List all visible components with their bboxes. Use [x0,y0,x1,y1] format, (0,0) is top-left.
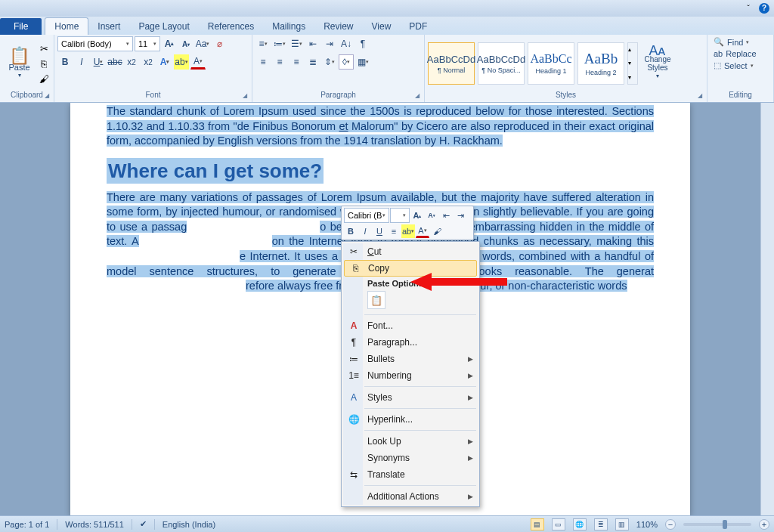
tab-pdf[interactable]: PDF [400,18,436,35]
ctx-hyperlink[interactable]: 🌐Hyperlink... [343,411,478,428]
status-words[interactable]: Words: 511/511 [65,520,123,529]
mini-shrink-font-icon[interactable]: A▾ [425,209,438,222]
align-right-icon[interactable]: ≡ [289,54,304,70]
view-full-screen-icon[interactable]: ▭ [552,518,565,530]
mini-font-color-icon[interactable]: A▾ [416,224,429,238]
sort-icon[interactable]: A↓ [339,36,354,51]
multilevel-icon[interactable]: ☰▾ [289,36,304,51]
paste-keep-source-icon[interactable]: 📋 [367,291,385,309]
mini-decrease-indent-icon[interactable]: ⇤ [439,209,453,222]
tab-references[interactable]: References [199,18,263,35]
mini-italic-icon[interactable]: I [358,224,372,238]
bullets-icon[interactable]: ≡▾ [255,36,271,51]
ctx-bullets[interactable]: ≔Bullets▶ [343,351,478,367]
status-language[interactable]: English (India) [163,520,215,529]
copy-icon[interactable]: ⎘ [37,57,51,70]
zoom-slider[interactable] [683,523,751,526]
mini-underline-icon[interactable]: U [373,224,386,238]
change-styles-button[interactable]: Aᴀ Change Styles▾ [639,45,676,82]
tab-insert[interactable]: Insert [88,18,129,35]
mini-font-size-combo[interactable]: ▾ [390,208,410,223]
view-outline-icon[interactable]: ≣ [594,518,608,530]
change-case-icon[interactable]: Aa▾ [195,36,210,51]
tab-review[interactable]: Review [314,18,362,35]
tab-file[interactable]: File [0,18,42,35]
font-color-icon[interactable]: A▾ [190,54,206,70]
shading-icon[interactable]: ◊▾ [339,54,354,70]
gallery-expand-icon[interactable]: ▾ [628,74,637,81]
tab-mailings[interactable]: Mailings [263,18,314,35]
view-draft-icon[interactable]: ▥ [615,518,629,530]
decrease-indent-icon[interactable]: ⇤ [305,36,320,51]
view-print-layout-icon[interactable]: ▤ [531,518,544,530]
strike-icon[interactable]: abc [107,54,122,70]
italic-icon[interactable]: I [74,54,89,70]
line-spacing-icon[interactable]: ⇕▾ [322,54,337,70]
find-button[interactable]: 🔍Find ▾ [711,36,752,48]
text-effects-icon[interactable]: A▾ [157,54,172,70]
vertical-scrollbar[interactable] [760,103,774,515]
dialog-launcher-icon[interactable]: ◢ [243,92,247,99]
help-icon[interactable]: ? [759,3,769,14]
show-marks-icon[interactable]: ¶ [355,36,370,51]
mini-font-name-combo[interactable]: Calibri (B▾ [344,208,389,223]
ctx-styles[interactable]: AStyles▶ [343,389,478,406]
font-name-combo[interactable]: Calibri (Body)▾ [57,36,133,51]
mini-increase-indent-icon[interactable]: ⇥ [454,209,467,222]
ctx-synonyms[interactable]: Synonyms▶ [343,450,478,466]
mini-grow-font-icon[interactable]: A▴ [410,209,424,222]
cut-icon[interactable]: ✂ [37,42,51,55]
zoom-out-button[interactable]: − [665,519,676,530]
shrink-font-icon[interactable]: A▾ [178,36,194,51]
bold-icon[interactable]: B [57,54,73,70]
zoom-level[interactable]: 110% [636,520,658,529]
spellcheck-icon[interactable]: ✔ [140,519,147,529]
underline-icon[interactable]: U▾ [91,54,106,70]
replace-button[interactable]: abReplace [711,48,760,59]
ctx-numbering[interactable]: 1≡Numbering▶ [343,367,478,384]
grow-font-icon[interactable]: A▴ [162,36,177,51]
increase-indent-icon[interactable]: ⇥ [322,36,337,51]
dialog-launcher-icon[interactable]: ◢ [415,92,420,99]
align-center-icon[interactable]: ≡ [272,54,287,70]
font-size-combo[interactable]: 11▾ [135,36,160,51]
mini-bold-icon[interactable]: B [344,224,358,238]
paste-button[interactable]: 📋 Paste ▾ [3,39,36,88]
zoom-in-button[interactable]: + [759,519,769,530]
clear-formatting-icon[interactable]: ⌀ [212,36,227,51]
mini-format-painter-icon[interactable]: 🖌 [430,224,444,238]
select-button[interactable]: ⬚Select ▾ [711,60,757,71]
styles-gallery-scroll[interactable]: ▴ ▾ ▾ [627,42,638,85]
minimize-ribbon-icon[interactable]: ˇ [742,2,754,14]
ctx-font[interactable]: AFont... [343,317,478,334]
ctx-additional-actions[interactable]: Additional Actions▶ [343,488,478,505]
format-painter-icon[interactable]: 🖌 [37,72,51,85]
justify-icon[interactable]: ≣ [305,54,320,70]
tab-view[interactable]: View [363,18,401,35]
highlight-icon[interactable]: ab▾ [174,54,189,70]
ctx-cut[interactable]: ✂Cut [343,243,478,260]
dialog-launcher-icon[interactable]: ◢ [698,92,702,99]
paragraph-text[interactable]: The standard chunk of Lorem Ipsum used s… [107,103,654,149]
chevron-up-icon[interactable]: ▴ [628,46,637,53]
style-heading-2[interactable]: AaBbHeading 2 [577,42,624,85]
style-normal[interactable]: AaBbCcDd¶ Normal [428,42,475,85]
tab-page-layout[interactable]: Page Layout [129,18,198,35]
view-web-layout-icon[interactable]: 🌐 [573,518,587,530]
zoom-thumb[interactable] [723,520,727,529]
status-page[interactable]: Page: 1 of 1 [5,520,49,529]
style-heading-1[interactable]: AaBbCcHeading 1 [528,42,574,85]
mini-align-center-icon[interactable]: ≡ [387,224,401,238]
tab-home[interactable]: Home [45,17,88,35]
heading-text[interactable]: Where can I get some? [107,159,654,183]
borders-icon[interactable]: ▦▾ [355,54,370,70]
chevron-down-icon[interactable]: ▾ [628,60,637,66]
ctx-lookup[interactable]: Look Up▶ [343,433,478,450]
mini-highlight-icon[interactable]: ab▾ [401,224,415,238]
dialog-launcher-icon[interactable]: ◢ [45,92,49,99]
align-left-icon[interactable]: ≡ [255,54,271,70]
superscript-icon[interactable]: x2 [141,54,156,70]
ctx-translate[interactable]: ⇆Translate [343,466,478,483]
ctx-paragraph[interactable]: ¶Paragraph... [343,334,478,351]
numbering-icon[interactable]: ≔▾ [272,36,287,51]
